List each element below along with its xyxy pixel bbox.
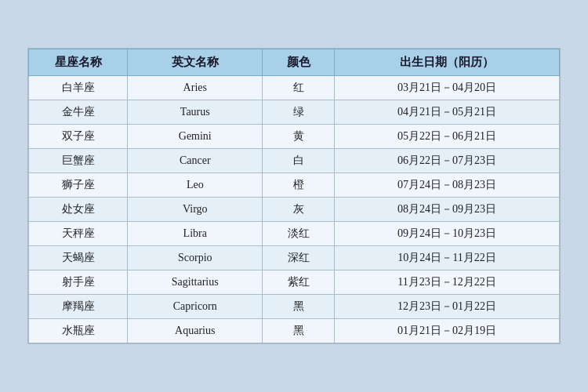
cell-color: 淡红 xyxy=(263,222,335,246)
cell-zh: 白羊座 xyxy=(29,76,128,100)
zodiac-table-container: 星座名称 英文名称 颜色 出生日期（阳历） 白羊座Aries红03月21日－04… xyxy=(27,48,561,344)
cell-zh: 处女座 xyxy=(29,198,128,222)
header-zh: 星座名称 xyxy=(29,49,128,76)
table-row: 天秤座Libra淡红09月24日－10月23日 xyxy=(29,222,560,246)
table-row: 双子座Gemini黄05月22日－06月21日 xyxy=(29,125,560,149)
cell-en: Aquarius xyxy=(128,319,263,343)
cell-date: 10月24日－11月22日 xyxy=(335,246,560,270)
table-body: 白羊座Aries红03月21日－04月20日金牛座Taurus绿04月21日－0… xyxy=(29,76,560,343)
cell-date: 08月24日－09月23日 xyxy=(335,198,560,222)
cell-color: 白 xyxy=(263,149,335,173)
cell-color: 黄 xyxy=(263,125,335,149)
cell-color: 灰 xyxy=(263,198,335,222)
cell-en: Aries xyxy=(128,76,263,100)
cell-date: 06月22日－07月23日 xyxy=(335,149,560,173)
header-color: 颜色 xyxy=(263,49,335,76)
cell-en: Capricorn xyxy=(128,295,263,319)
table-row: 摩羯座Capricorn黑12月23日－01月22日 xyxy=(29,295,560,319)
cell-date: 03月21日－04月20日 xyxy=(335,76,560,100)
cell-zh: 天蝎座 xyxy=(29,246,128,270)
cell-en: Leo xyxy=(128,173,263,198)
cell-en: Gemini xyxy=(128,125,263,149)
cell-en: Virgo xyxy=(128,198,263,222)
cell-en: Taurus xyxy=(128,100,263,125)
table-row: 水瓶座Aquarius黑01月21日－02月19日 xyxy=(29,319,560,343)
cell-date: 07月24日－08月23日 xyxy=(335,173,560,198)
cell-zh: 摩羯座 xyxy=(29,295,128,319)
cell-zh: 金牛座 xyxy=(29,100,128,125)
table-row: 金牛座Taurus绿04月21日－05月21日 xyxy=(29,100,560,125)
cell-en: Cancer xyxy=(128,149,263,173)
table-row: 处女座Virgo灰08月24日－09月23日 xyxy=(29,198,560,222)
cell-color: 绿 xyxy=(263,100,335,125)
cell-date: 12月23日－01月22日 xyxy=(335,295,560,319)
cell-en: Libra xyxy=(128,222,263,246)
cell-zh: 狮子座 xyxy=(29,173,128,198)
cell-date: 04月21日－05月21日 xyxy=(335,100,560,125)
cell-date: 01月21日－02月19日 xyxy=(335,319,560,343)
cell-en: Sagittarius xyxy=(128,270,263,295)
cell-date: 05月22日－06月21日 xyxy=(335,125,560,149)
cell-zh: 巨蟹座 xyxy=(29,149,128,173)
cell-date: 11月23日－12月22日 xyxy=(335,270,560,295)
cell-en: Scorpio xyxy=(128,246,263,270)
header-en: 英文名称 xyxy=(128,49,263,76)
table-row: 白羊座Aries红03月21日－04月20日 xyxy=(29,76,560,100)
table-row: 巨蟹座Cancer白06月22日－07月23日 xyxy=(29,149,560,173)
zodiac-table: 星座名称 英文名称 颜色 出生日期（阳历） 白羊座Aries红03月21日－04… xyxy=(28,49,560,343)
table-row: 天蝎座Scorpio深红10月24日－11月22日 xyxy=(29,246,560,270)
cell-color: 深红 xyxy=(263,246,335,270)
cell-zh: 射手座 xyxy=(29,270,128,295)
table-header-row: 星座名称 英文名称 颜色 出生日期（阳历） xyxy=(29,49,560,76)
cell-color: 紫红 xyxy=(263,270,335,295)
cell-color: 黑 xyxy=(263,295,335,319)
cell-color: 红 xyxy=(263,76,335,100)
table-row: 射手座Sagittarius紫红11月23日－12月22日 xyxy=(29,270,560,295)
cell-date: 09月24日－10月23日 xyxy=(335,222,560,246)
cell-color: 橙 xyxy=(263,173,335,198)
table-row: 狮子座Leo橙07月24日－08月23日 xyxy=(29,173,560,198)
cell-color: 黑 xyxy=(263,319,335,343)
cell-zh: 双子座 xyxy=(29,125,128,149)
cell-zh: 天秤座 xyxy=(29,222,128,246)
cell-zh: 水瓶座 xyxy=(29,319,128,343)
header-date: 出生日期（阳历） xyxy=(335,49,560,76)
